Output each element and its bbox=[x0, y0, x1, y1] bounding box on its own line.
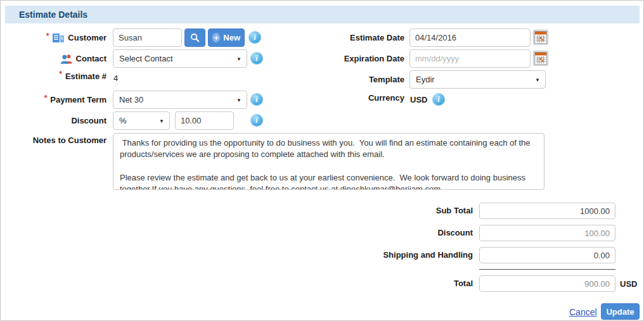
total-discount-input bbox=[479, 225, 615, 241]
discount-info-icon[interactable]: i bbox=[250, 114, 263, 127]
dropdown-arrow-icon: ▼ bbox=[159, 118, 164, 123]
cancel-link[interactable]: Cancel bbox=[569, 305, 597, 320]
customer-building-icon bbox=[52, 32, 65, 43]
shipping-input[interactable] bbox=[479, 247, 615, 263]
shipping-label: Shipping and Handling bbox=[383, 250, 473, 260]
total-input bbox=[479, 275, 615, 292]
estimate-date-label: Estimate Date bbox=[350, 33, 404, 42]
calendar-icon bbox=[534, 31, 547, 44]
contact-people-icon bbox=[60, 54, 73, 64]
payment-term-selected-value: Net 30 bbox=[119, 95, 143, 104]
customer-label-cell: * Customer bbox=[1, 28, 106, 47]
template-select[interactable]: Eydir ▼ bbox=[409, 70, 546, 89]
sub-total-label-cell: Sub Total bbox=[346, 201, 473, 220]
customer-search-button[interactable] bbox=[184, 28, 205, 47]
payment-term-label: Payment Term bbox=[50, 95, 106, 104]
estimate-number-value: 4 bbox=[113, 71, 118, 85]
discount-label: Discount bbox=[71, 116, 106, 125]
discount-label-cell: Discount bbox=[1, 111, 106, 130]
customer-label: Customer bbox=[68, 33, 106, 42]
currency-label: Currency bbox=[368, 93, 404, 103]
estimate-date-label-cell: Estimate Date bbox=[278, 28, 404, 47]
payment-term-info-icon[interactable]: i bbox=[250, 93, 263, 106]
estimate-date-calendar-button[interactable] bbox=[533, 30, 548, 45]
total-discount-label-cell: Discount bbox=[346, 223, 473, 242]
discount-unit-selected-value: % bbox=[119, 116, 127, 125]
search-icon bbox=[190, 33, 200, 42]
dropdown-arrow-icon: ▼ bbox=[236, 97, 242, 103]
currency-info-icon[interactable]: i bbox=[432, 93, 445, 106]
estimate-details-panel: Estimate Details * Customer + New i Cont… bbox=[0, 0, 644, 321]
total-label: Total bbox=[454, 279, 473, 288]
currency-value: USD bbox=[410, 92, 427, 106]
customer-info-icon[interactable]: i bbox=[248, 31, 261, 44]
new-customer-button[interactable]: + New bbox=[208, 28, 245, 47]
template-label: Template bbox=[369, 75, 404, 84]
dropdown-arrow-icon: ▼ bbox=[535, 77, 540, 82]
required-marker: * bbox=[46, 32, 49, 41]
estimate-date-input[interactable] bbox=[409, 28, 531, 47]
customer-input[interactable] bbox=[113, 28, 182, 47]
section-header: Estimate Details bbox=[5, 6, 640, 23]
expiration-date-label: Expiration Date bbox=[344, 54, 404, 63]
payment-term-select[interactable]: Net 30 ▼ bbox=[113, 91, 247, 109]
calendar-icon bbox=[534, 52, 547, 65]
notes-to-customer-textarea[interactable]: Thanks for providing us the opportunity … bbox=[113, 133, 544, 190]
discount-value-input[interactable] bbox=[175, 111, 234, 130]
expiration-date-input[interactable] bbox=[409, 49, 531, 68]
discount-unit-select[interactable]: % ▼ bbox=[113, 111, 170, 130]
update-button[interactable]: Update bbox=[601, 303, 640, 320]
contact-label: Contact bbox=[76, 54, 106, 63]
totals-divider bbox=[479, 269, 615, 270]
expiration-date-calendar-button[interactable] bbox=[533, 51, 548, 66]
sub-total-label: Sub Total bbox=[436, 206, 473, 215]
contact-info-icon[interactable]: i bbox=[250, 52, 263, 65]
expiration-date-label-cell: Expiration Date bbox=[278, 49, 404, 68]
total-currency-label: USD bbox=[620, 277, 637, 291]
contact-label-cell: Contact bbox=[1, 49, 106, 68]
sub-total-input[interactable] bbox=[479, 203, 615, 219]
estimate-number-label: Estimate # bbox=[65, 72, 106, 81]
required-marker: * bbox=[44, 94, 48, 103]
notes-label-cell: Notes to Customer bbox=[1, 133, 106, 147]
dropdown-arrow-icon: ▼ bbox=[236, 56, 242, 61]
total-label-cell: Total bbox=[346, 274, 473, 293]
new-button-label: New bbox=[223, 33, 240, 42]
plus-icon: + bbox=[212, 33, 220, 42]
page-title: Estimate Details bbox=[19, 9, 87, 20]
contact-select[interactable]: Select Contact ▼ bbox=[113, 49, 247, 68]
currency-label-cell: Currency bbox=[278, 91, 404, 104]
template-selected-value: Eydir bbox=[416, 75, 435, 84]
template-label-cell: Template bbox=[278, 70, 404, 89]
contact-selected-value: Select Contact bbox=[119, 54, 173, 63]
notes-label: Notes to Customer bbox=[33, 135, 106, 145]
shipping-label-cell: Shipping and Handling bbox=[346, 246, 473, 264]
estimate-number-label-cell: * Estimate # bbox=[1, 69, 106, 83]
payment-term-label-cell: * Payment Term bbox=[1, 91, 106, 109]
total-discount-label: Discount bbox=[437, 228, 473, 237]
required-marker: * bbox=[59, 70, 62, 79]
